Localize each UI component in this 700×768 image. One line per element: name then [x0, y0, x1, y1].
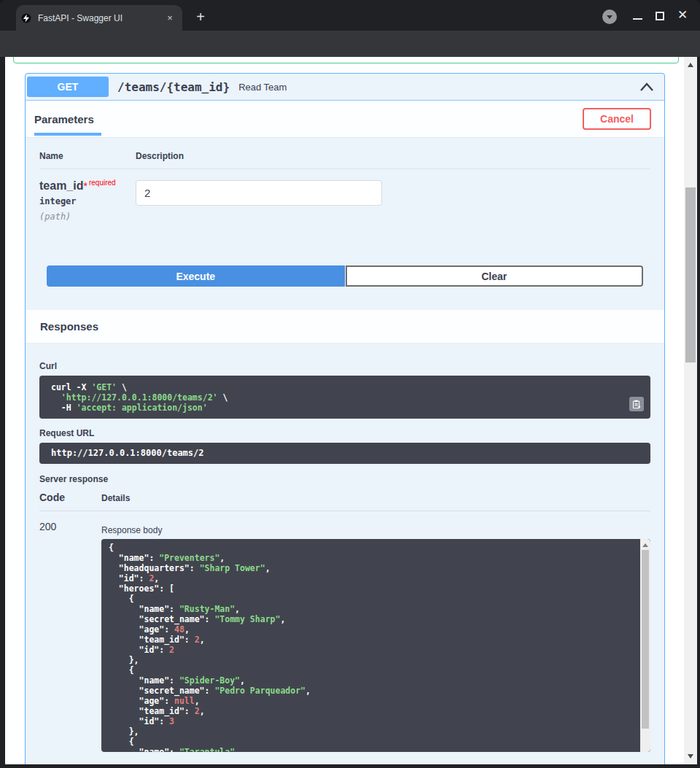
- curl-command-block: curl -X 'GET' \ 'http://127.0.0.1:8000/t…: [39, 376, 650, 419]
- responses-body: Curl curl -X 'GET' \ 'http://127.0.0.1:8…: [26, 344, 664, 752]
- response-scrollbar-thumb[interactable]: [642, 550, 649, 729]
- browser-tab[interactable]: FastAPI - Swagger UI ×: [16, 5, 182, 31]
- new-tab-button[interactable]: +: [191, 8, 210, 27]
- server-response-label: Server response: [39, 474, 650, 484]
- parameter-name-cell: team_id*required integer (path): [39, 179, 136, 222]
- status-code: 200: [39, 521, 101, 752]
- copy-to-clipboard-button[interactable]: [629, 397, 644, 411]
- collapse-chevron-icon[interactable]: [639, 82, 654, 92]
- parameter-row: team_id*required integer (path): [39, 169, 650, 222]
- window-close-button[interactable]: ✕: [675, 8, 690, 23]
- parameters-columns: Name Description: [39, 151, 650, 169]
- parameter-type: integer: [39, 196, 136, 206]
- column-name: Name: [39, 151, 136, 161]
- fastapi-favicon-icon: [21, 13, 31, 23]
- parameters-tab-underline: [34, 133, 101, 136]
- required-label: required: [89, 179, 116, 187]
- curl-label: Curl: [39, 361, 650, 371]
- method-badge: GET: [27, 77, 109, 97]
- clipboard-icon: [632, 400, 641, 409]
- window-minimize-button[interactable]: [633, 18, 642, 20]
- request-url-label: Request URL: [39, 428, 650, 438]
- column-description: Description: [136, 151, 184, 161]
- tab-search-button[interactable]: [602, 9, 617, 24]
- curl-command: curl -X 'GET' \ 'http://127.0.0.1:8000/t…: [51, 382, 639, 413]
- parameter-value-cell: [136, 179, 382, 222]
- cancel-button[interactable]: Cancel: [583, 108, 651, 130]
- column-code: Code: [39, 492, 101, 503]
- server-response-table: Code Details 200 Response body { "name":…: [39, 487, 650, 752]
- tab-close-icon[interactable]: ×: [163, 12, 176, 25]
- execute-button[interactable]: Execute: [47, 265, 345, 287]
- parameters-table: Name Description team_id*required intege…: [26, 138, 664, 222]
- response-body-label: Response body: [101, 521, 650, 535]
- page-scroll-down-icon[interactable]: [688, 754, 693, 759]
- parameters-title: Parameters: [34, 113, 94, 125]
- tab-title: FastAPI - Swagger UI: [38, 13, 163, 23]
- clear-button[interactable]: Clear: [346, 265, 644, 287]
- endpoint-header[interactable]: GET /teams/{team_id} Read Team: [26, 74, 664, 101]
- endpoint-summary: Read Team: [238, 82, 639, 93]
- chevron-down-icon: [607, 15, 612, 19]
- response-details-cell: Response body { "name": "Preventers", "h…: [101, 521, 650, 752]
- previous-endpoint-edge: [13, 57, 679, 63]
- response-row: 200 Response body { "name": "Preventers"…: [39, 511, 650, 752]
- browser-toolbar: 127.0.0.1:8000/docs#/default/read_team_t…: [0, 31, 700, 57]
- request-url-block: http://127.0.0.1:8000/teams/2: [39, 443, 650, 464]
- scroll-up-arrow-icon[interactable]: [642, 543, 648, 547]
- response-body-json: { "name": "Preventers", "headquarters": …: [109, 543, 633, 752]
- team-id-input[interactable]: [136, 180, 382, 206]
- response-body-scrollbar[interactable]: [640, 539, 650, 752]
- page-scrollbar[interactable]: [684, 57, 697, 764]
- page-content: GET /teams/{team_id} Read Team Parameter…: [5, 57, 697, 764]
- parameters-section-header: Parameters Cancel: [26, 101, 664, 138]
- execute-button-group: Execute Clear: [47, 265, 643, 287]
- browser-window: FastAPI - Swagger UI × + ✕ 127.0.0.1:800…: [0, 0, 700, 768]
- parameter-location: (path): [39, 212, 136, 222]
- endpoint-path: /teams/{team_id}: [117, 80, 230, 94]
- responses-title: Responses: [40, 320, 98, 333]
- response-body-block: { "name": "Preventers", "headquarters": …: [101, 539, 650, 752]
- tab-bar: FastAPI - Swagger UI × + ✕: [0, 0, 700, 31]
- window-maximize-button[interactable]: [656, 12, 664, 20]
- column-details: Details: [101, 492, 130, 503]
- page-scroll-up-icon[interactable]: [688, 63, 693, 67]
- response-columns: Code Details: [39, 487, 650, 511]
- responses-section-header: Responses: [26, 309, 664, 344]
- required-asterisk: *: [83, 180, 87, 192]
- parameter-name: team_id: [39, 179, 83, 192]
- page-scrollbar-thumb[interactable]: [685, 187, 696, 362]
- get-endpoint-block: GET /teams/{team_id} Read Team Parameter…: [25, 73, 665, 764]
